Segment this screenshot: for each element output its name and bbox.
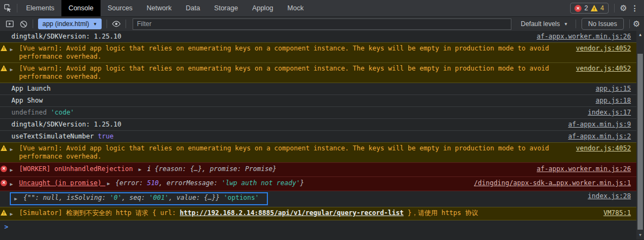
divider xyxy=(576,20,576,28)
console-messages: dingtalk/SDKVersion: 1.25.10af-appx.work… xyxy=(0,31,644,220)
source-link[interactable]: /dingding/appx-sdk-a…ppx.worker.min.js:1 xyxy=(465,179,636,187)
source-link[interactable]: index.js:17 xyxy=(579,109,636,117)
tab-network[interactable]: Network xyxy=(140,0,179,16)
divider xyxy=(107,20,107,28)
source-link[interactable]: app.js:18 xyxy=(587,97,636,105)
no-issues-button[interactable]: No Issues xyxy=(582,18,623,30)
console-sidebar-toggle-icon[interactable] xyxy=(4,18,16,30)
warning-icon: ! xyxy=(0,209,8,216)
console-message: dingtalk/SDKVersion: 1.25.10af-appx.min.… xyxy=(0,119,636,131)
chevron-down-icon: ▼ xyxy=(93,22,97,27)
divider xyxy=(614,4,615,12)
console-message: ✕▶[WORKER] onUnhandledRejection ▶ i {rea… xyxy=(0,162,636,177)
source-link[interactable]: af-appx.worker.min.js:26 xyxy=(528,33,636,41)
console-prompt-chevron-icon: > xyxy=(4,223,8,231)
divider xyxy=(629,20,630,28)
divider xyxy=(126,20,126,28)
javascript-context-selector[interactable]: app (index.html) ▼ xyxy=(38,18,102,29)
source-link[interactable]: af-appx.min.js:2 xyxy=(559,132,636,141)
source-link[interactable]: af-appx.worker.min.js:26 xyxy=(528,165,636,173)
warning-icon: ! xyxy=(0,144,8,151)
expand-arrow-icon[interactable]: ▶ xyxy=(8,165,15,174)
log-levels-dropdown[interactable]: Default levels ▼ xyxy=(516,20,572,28)
console-toolbar: app (index.html) ▼ Default levels ▼ No I… xyxy=(0,16,644,31)
panel-tabs: ElementsConsoleSourcesNetworkDataStorage… xyxy=(19,0,311,16)
expand-arrow-icon[interactable]: ▶ xyxy=(8,65,15,74)
inspect-element-icon[interactable] xyxy=(0,0,15,16)
devtools-tabbar: ElementsConsoleSourcesNetworkDataStorage… xyxy=(0,0,644,16)
message-icon-spacer xyxy=(0,85,8,85)
message-text: Uncaught (in promise) ▶ {error: 510, err… xyxy=(19,179,304,188)
warning-icon: ! xyxy=(0,45,8,51)
expand-arrow-icon[interactable]: ▶ xyxy=(8,144,15,154)
live-expression-eye-icon[interactable] xyxy=(110,18,122,30)
clear-console-icon[interactable] xyxy=(17,18,29,30)
console-message: !▶[Vue warn]: Avoid app logic that relie… xyxy=(0,42,636,63)
source-link[interactable]: app.js:15 xyxy=(587,85,636,93)
error-count-icon: ✕ xyxy=(574,5,582,12)
message-text: dingtalk/SDKVersion: 1.25.10 xyxy=(11,33,121,41)
source-link[interactable]: vendor.js:4052 xyxy=(567,65,636,73)
console-message: App Launchapp.js:15 xyxy=(0,83,636,95)
scroll-up-icon[interactable]: ▲ xyxy=(636,31,644,39)
console-message: ▶{"": null, isSolving: '0', seq: '001', … xyxy=(0,191,636,207)
source-link[interactable]: vendor.js:4052 xyxy=(567,45,636,53)
tab-applog[interactable]: Applog xyxy=(245,0,280,16)
message-text: App Launch xyxy=(11,85,51,93)
tab-data[interactable]: Data xyxy=(179,0,207,16)
warning-icon: ! xyxy=(0,65,8,71)
warning-count-icon: ! xyxy=(591,5,598,11)
error-count: 2 xyxy=(584,4,588,12)
expand-arrow-icon[interactable]: ▶ xyxy=(8,179,15,188)
context-selector-label: app (index.html) xyxy=(42,20,89,28)
message-text: App Show xyxy=(11,97,43,105)
message-text: useTextSimulateNumber true xyxy=(11,132,114,141)
divider xyxy=(33,20,33,28)
scroll-down-icon[interactable]: ▼ xyxy=(636,231,644,239)
console-message: undefined 'code'index.js:17 xyxy=(0,107,636,119)
expand-arrow-icon[interactable]: ▶ xyxy=(8,209,15,218)
tab-storage[interactable]: Storage xyxy=(207,0,245,16)
tab-sources[interactable]: Sources xyxy=(101,0,140,16)
console-message: useTextSimulateNumber trueaf-appx.min.js… xyxy=(0,131,636,143)
source-link[interactable]: index.js:28 xyxy=(579,192,636,200)
message-text: dingtalk/SDKVersion: 1.25.10 xyxy=(11,121,121,129)
message-icon-spacer xyxy=(0,33,8,33)
filter-input[interactable] xyxy=(133,18,511,30)
console-message: !▶[Vue warn]: Avoid app logic that relie… xyxy=(0,142,636,163)
message-text: [Vue warn]: Avoid app logic that relies … xyxy=(19,65,549,81)
message-text: [Vue warn]: Avoid app logic that relies … xyxy=(19,45,549,61)
devtools-window: ElementsConsoleSourcesNetworkDataStorage… xyxy=(0,0,644,239)
message-text: [Simulator] 检测到不安全的 http 请求 { url: http:… xyxy=(19,209,478,217)
error-icon: ✕ xyxy=(0,165,8,172)
console-settings-gear-icon[interactable]: ⚙ xyxy=(633,19,640,29)
message-text: {"": null, isSolving: '0', seq: '001', v… xyxy=(23,194,259,202)
expand-arrow-icon[interactable]: ▶ xyxy=(12,194,20,203)
chevron-down-icon: ▼ xyxy=(564,22,568,27)
tab-mock[interactable]: Mock xyxy=(280,0,311,16)
warning-count: 4 xyxy=(601,4,604,12)
tab-console[interactable]: Console xyxy=(61,0,101,16)
console-prompt-row[interactable]: > xyxy=(0,220,644,233)
console-panel: dingtalk/SDKVersion: 1.25.10af-appx.work… xyxy=(0,31,644,239)
message-text: [WORKER] onUnhandledRejection ▶ i {reaso… xyxy=(19,165,277,174)
source-link[interactable]: vendor.js:4052 xyxy=(567,144,636,153)
console-message: ✕▶Uncaught (in promise) ▶ {error: 510, e… xyxy=(0,176,636,191)
settings-gear-icon[interactable]: ⚙ xyxy=(620,3,627,13)
message-icon-spacer xyxy=(0,121,8,121)
source-link[interactable]: af-appx.min.js:9 xyxy=(559,121,636,129)
issues-counter-badge[interactable]: ✕ 2 ! 4 xyxy=(570,3,608,14)
tab-elements[interactable]: Elements xyxy=(19,0,61,16)
source-link[interactable]: VM785:1 xyxy=(595,209,636,217)
scrollbar[interactable]: ▲ ▼ xyxy=(636,31,644,239)
message-icon-spacer xyxy=(0,132,8,133)
expand-arrow-icon[interactable]: ▶ xyxy=(8,45,15,54)
scrollbar-thumb[interactable] xyxy=(637,54,643,230)
message-icon-spacer xyxy=(0,97,8,97)
console-message: !▶[Simulator] 检测到不安全的 http 请求 { url: htt… xyxy=(0,207,636,220)
log-levels-label: Default levels xyxy=(521,20,560,28)
error-icon: ✕ xyxy=(0,179,8,186)
more-options-icon[interactable]: ⋮ xyxy=(631,4,639,12)
message-text: [Vue warn]: Avoid app logic that relies … xyxy=(19,144,549,161)
console-message: dingtalk/SDKVersion: 1.25.10af-appx.work… xyxy=(0,31,636,43)
